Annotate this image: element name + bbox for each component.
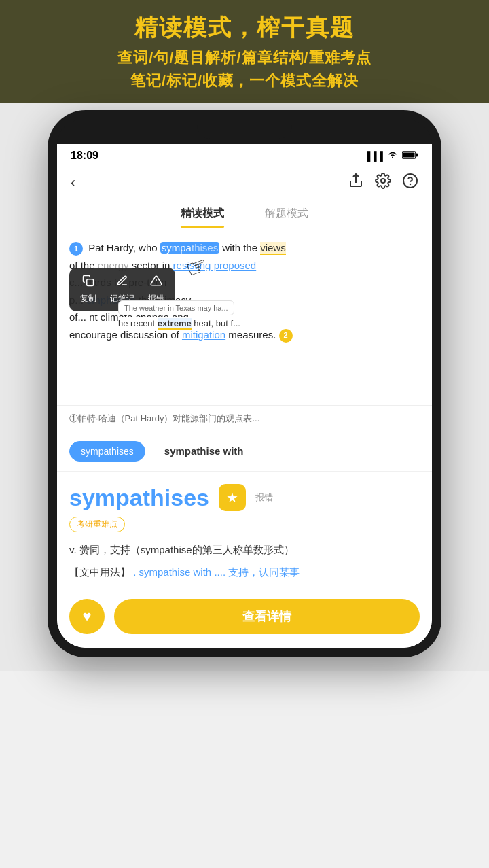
heart-icon: ♥: [82, 608, 91, 625]
dict-word: sympathises: [69, 485, 209, 511]
usage-label: 【文中用法】: [69, 566, 130, 578]
help-icon[interactable]: [402, 173, 418, 193]
dict-word-row: sympathises ★ 报错: [69, 484, 420, 511]
word-tabs: sympathises sympathise with: [57, 432, 432, 472]
word-tab-sympathise-with[interactable]: sympathise with: [153, 441, 255, 462]
phone-screen: 18:09 ▐▐▐: [57, 144, 432, 648]
phone-wrapper: 18:09 ▐▐▐: [0, 103, 489, 671]
star-button[interactable]: ★: [219, 484, 246, 511]
svg-rect-7: [87, 279, 94, 286]
report-icon: [150, 275, 162, 290]
detail-button[interactable]: 查看详情: [114, 599, 420, 634]
tab-jingdu[interactable]: 精读模式: [181, 207, 224, 228]
dict-usage: 【文中用法】 . sympathise with .... 支持，认同某事: [69, 563, 420, 581]
star-icon: ★: [226, 489, 238, 506]
para-num-1: 1: [69, 242, 83, 256]
report-button-dict[interactable]: 报错: [255, 491, 273, 504]
share-icon[interactable]: [348, 173, 364, 193]
nav-bar: ‹: [57, 164, 432, 201]
favorite-button[interactable]: ♥: [69, 599, 105, 634]
phone-frame: 18:09 ▐▐▐: [48, 110, 441, 657]
reading-area: 1 Pat Hardy, who sympathises with the vi…: [57, 228, 432, 405]
svg-rect-1: [416, 153, 418, 156]
mode-tabs: 精读模式 解题模式: [57, 201, 432, 228]
status-bar: 18:09 ▐▐▐: [57, 144, 432, 164]
status-time: 18:09: [71, 150, 98, 162]
settings-icon[interactable]: [375, 173, 391, 193]
inline-tooltip: The weather in Texas may ha...: [118, 300, 234, 315]
banner-title: 精读模式，榨干真题: [14, 12, 475, 44]
word-tab-sympathises[interactable]: sympathises: [69, 441, 145, 462]
translation-hint: ①帕特·哈迪（Pat Hardy）对能源部门的观点表...: [57, 405, 432, 432]
status-icons: ▐▐▐: [364, 151, 418, 161]
back-button[interactable]: ‹: [71, 174, 75, 192]
banner-subtitle1: 查词/句/题目解析/篇章结构/重难考点: [14, 48, 475, 68]
bottom-actions: ♥ 查看详情: [57, 588, 432, 648]
wifi-icon: [387, 151, 398, 161]
inline-text: he recent extreme heat, but f...: [118, 317, 240, 330]
word-views-highlight[interactable]: views: [260, 242, 286, 255]
usage-text: . sympathise with .... 支持，认同某事: [133, 566, 300, 578]
word-mitigation[interactable]: mitigation: [182, 329, 225, 341]
notebook-icon: [116, 275, 128, 290]
phone-notch: [197, 120, 292, 139]
banner-subtitle2: 笔记/标记/收藏，一个模式全解决: [14, 71, 475, 91]
copy-button[interactable]: 复制: [80, 275, 96, 305]
tab-jieti[interactable]: 解题模式: [265, 207, 308, 228]
dictionary-section: sympathises ★ 报错 考研重难点 v. 赞同，支持（sympathi…: [57, 472, 432, 588]
svg-rect-2: [403, 152, 415, 157]
signal-icon: ▐▐▐: [364, 151, 383, 161]
svg-point-4: [381, 179, 385, 183]
nav-icons: [348, 173, 418, 193]
para-num-2: 2: [279, 329, 293, 343]
word-sympathises-highlight[interactable]: sympathises: [160, 242, 219, 254]
copy-icon: [82, 275, 94, 290]
phone-notch-area: [57, 120, 432, 144]
top-banner: 精读模式，榨干真题 查词/句/题目解析/篇章结构/重难考点 笔记/标记/收藏，一…: [0, 0, 489, 103]
dict-definition: v. 赞同，支持（sympathise的第三人称单数形式）: [69, 540, 420, 559]
difficulty-badge: 考研重难点: [69, 517, 125, 532]
battery-icon: [402, 151, 418, 161]
